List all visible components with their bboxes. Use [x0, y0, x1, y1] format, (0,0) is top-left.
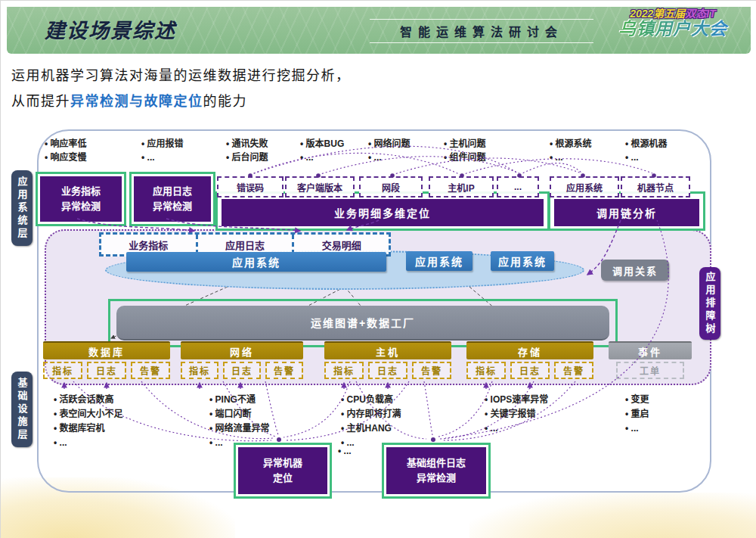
symptom-list-host: CPU负载高 内存即将打满 主机HANG ... [341, 393, 401, 450]
dim-box-host-ip: 主机IP [429, 176, 494, 197]
bullet: 根源系统 [550, 137, 592, 151]
app-system-node2: 应用系统 [406, 251, 472, 271]
bullet: ... [54, 436, 123, 450]
conference-logo: 2022第五届双态IT 乌镇用户大会 [604, 8, 742, 39]
bullet: 主机问题 [444, 137, 486, 151]
infra-group-header: 网络 [181, 341, 303, 359]
chain-dim-app-system: 应用系统 [550, 176, 619, 197]
fault-list-comm: 通讯失败 后台问题 [226, 137, 268, 164]
event-sub-ticket: 工单 [616, 362, 684, 379]
infra-sub-alerts: 告警 [131, 362, 170, 379]
fault-list-response: 响应率低 响应变慢 [45, 137, 87, 164]
infra-sub-alerts: 告警 [265, 362, 303, 379]
fault-list-root-machine: 根源机器 ... [625, 137, 668, 164]
fault-list-root-system: 根源系统 ... [550, 137, 592, 164]
between-ellipsis: ... [338, 444, 352, 458]
symptom-list-storage: IOPS速率异常 关键字报错 ... [485, 393, 548, 436]
label-infrastructure-layer: 基础设施层 [11, 372, 33, 447]
call-chain-bar-label: 调用链分析 [554, 199, 699, 226]
bullet: ... [368, 151, 411, 164]
bullet: ... [625, 421, 649, 436]
box-label-line2: 异常检测 [417, 471, 456, 486]
bullet: 主机HANG [341, 421, 401, 436]
logo-line1: 2022第五届双态IT [604, 8, 742, 20]
infra-sub-logs: 日志 [510, 362, 550, 379]
intro-line2-prefix: 从而提升 [11, 94, 70, 109]
logo-year: 2022 [630, 8, 653, 20]
symptom-list-events: 变更 重启 ... [625, 393, 649, 436]
bullet: 表空间大小不足 [54, 407, 123, 421]
bullet: 根源机器 [625, 137, 668, 151]
bullet: ... [625, 151, 668, 164]
label-app-system-layer: 应用系统层 [11, 170, 33, 246]
dim-box-subnet: 网段 [359, 176, 423, 197]
infra-sub-metrics: 指标 [43, 362, 82, 379]
box-label-line2: 异常检测 [61, 199, 101, 214]
app-system-main-bar: 应用系统 [126, 252, 386, 272]
bullet: 响应变慢 [45, 151, 87, 164]
call-relation-box: 调用关系 [601, 260, 669, 281]
box-label-line1: 异常机器 [263, 456, 302, 471]
bullet: 应用报错 [141, 137, 184, 151]
bullet: ... [485, 421, 548, 436]
factory-bar-label: 运维图谱+数据工厂 [116, 306, 609, 341]
bullet: 网络流量异常 [209, 421, 270, 436]
box-metric-anomaly-detection: 业务指标异常检测 [36, 172, 126, 226]
infra-group-events: 事件 工单 [609, 341, 692, 379]
infra-group-network: 网络 指标 日志 告警 [181, 341, 303, 379]
infra-sub-alerts: 告警 [412, 362, 451, 379]
cloud-decoration-right [469, 493, 756, 538]
bullet: 响应率低 [45, 137, 87, 151]
box-label-line2: 定位 [273, 471, 293, 486]
bullet: 重启 [625, 407, 649, 421]
slide: 建设场景综述 智能运维算法研讨会 2022第五届双态IT 乌镇用户大会 运用机器… [0, 0, 756, 538]
infra-sub-logs: 日志 [368, 362, 407, 379]
bullet: 后台问题 [226, 151, 268, 164]
symptom-list-database: 活跃会话数高 表空间大小不足 数据库宕机 ... [54, 393, 123, 450]
infra-group-database: 数据库 指标 日志 告警 [43, 341, 170, 379]
dim-box-more: ... [497, 176, 539, 197]
fault-list-host: 主机问题 组件问题 [444, 137, 486, 164]
box-log-anomaly-detection: 应用日志异常检测 [129, 172, 215, 226]
bullet: ... [141, 151, 184, 164]
infra-sub-alerts: 告警 [554, 362, 593, 379]
box-ops-graph-data-factory: 运维图谱+数据工厂 [108, 299, 618, 347]
dim-box-error-code: 错误码 [217, 176, 284, 197]
bullet: ... [550, 151, 592, 164]
infra-group-header: 存储 [466, 341, 593, 359]
box-component-log-anomaly-detection: 基础组件日志异常检测 [382, 443, 491, 499]
bullet: 通讯失败 [226, 137, 268, 151]
infra-sub-logs: 日志 [87, 362, 126, 379]
logo-edition: 第五届 [653, 8, 685, 20]
bullet: 关键字报错 [485, 407, 548, 421]
infra-sub-metrics: 指标 [181, 362, 218, 379]
intro-line1: 运用机器学习算法对海量的运维数据进行挖掘分析， [11, 64, 351, 84]
bullet: 组件问题 [444, 151, 486, 164]
fault-list-network: 网络问题 ... [368, 137, 411, 164]
intro-line2-highlight: 异常检测与故障定位 [70, 94, 203, 109]
bullet: 数据库宕机 [54, 421, 123, 436]
bullet: 网络问题 [368, 137, 411, 151]
infra-group-host: 主机 指标 日志 告警 [324, 341, 451, 379]
bullet: 变更 [625, 393, 649, 407]
infra-sub-logs: 日志 [223, 362, 261, 379]
dim-box-client-version: 客户端版本 [285, 176, 355, 197]
fault-list-version: 版本BUG ... [300, 137, 344, 164]
intro-line2: 从而提升异常检测与故障定位的能力 [11, 90, 247, 110]
box-abnormal-machine-locating: 异常机器定位 [234, 443, 332, 499]
infra-sub-metrics: 指标 [324, 362, 364, 379]
box-label-line1: 业务指标 [61, 184, 101, 199]
box-label-line1: 基础组件日志 [407, 456, 466, 471]
bullet: 版本BUG [300, 137, 344, 151]
logo-line2: 乌镇用户大会 [604, 20, 742, 39]
box-label-line2: 异常检测 [153, 199, 192, 214]
event-group-header: 事件 [609, 341, 692, 359]
page-title: 建设场景综述 [45, 14, 176, 44]
logo-brand: 双态IT [685, 8, 715, 20]
chain-dim-machine-node: 机器节点 [621, 176, 690, 197]
multi-dim-bar-label: 业务明细多维定位 [222, 199, 544, 226]
infra-group-header: 数据库 [43, 341, 170, 359]
seminar-title: 智能运维算法研讨会 [370, 19, 593, 43]
bullet: ... [300, 151, 344, 164]
bullet: 活跃会话数高 [54, 393, 123, 407]
